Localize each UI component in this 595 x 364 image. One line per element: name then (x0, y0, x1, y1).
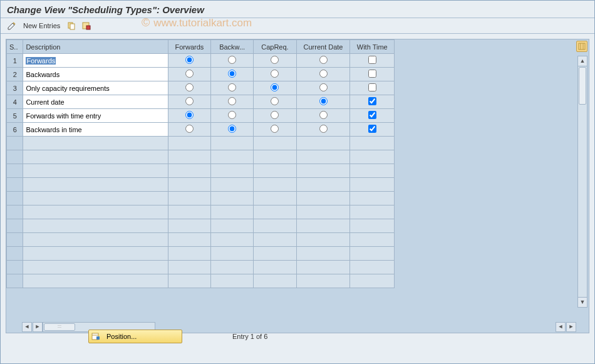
radio-backwards[interactable] (228, 111, 236, 119)
change-icon[interactable] (7, 21, 17, 31)
with-time-checkbox[interactable] (368, 125, 376, 133)
radio-forwards[interactable] (185, 56, 194, 64)
scroll-down-icon[interactable]: ▼ (578, 297, 587, 307)
with-time-checkbox[interactable] (368, 70, 376, 78)
delimit-icon[interactable] (81, 21, 91, 31)
description-cell[interactable] (23, 205, 168, 219)
radio-forwards[interactable] (185, 111, 194, 119)
row-number[interactable]: 2 (7, 68, 23, 81)
radio-cell-forwards (168, 54, 210, 68)
row-number[interactable]: 4 (7, 95, 23, 109)
empty-cell (350, 178, 395, 192)
empty-cell (211, 164, 254, 178)
radio-current_date[interactable] (319, 83, 328, 91)
col-header-with-time[interactable]: With Time (350, 40, 395, 54)
row-number[interactable] (7, 261, 23, 274)
description-cell[interactable] (23, 178, 168, 192)
with-time-checkbox[interactable] (368, 97, 376, 105)
table-row-empty (7, 219, 395, 233)
radio-current_date[interactable] (319, 97, 328, 105)
row-number[interactable]: 3 (7, 81, 23, 95)
description-cell[interactable] (23, 247, 168, 261)
col-header-capreq[interactable]: CapReq. (254, 40, 296, 54)
radio-cell-capreq (254, 109, 296, 123)
row-number[interactable] (7, 274, 23, 288)
description-cell[interactable] (23, 261, 168, 274)
col-header-description[interactable]: Description (23, 40, 168, 54)
scroll-thumb[interactable] (579, 67, 586, 105)
radio-current_date[interactable] (319, 56, 328, 64)
with-time-checkbox[interactable] (368, 111, 376, 119)
description-cell[interactable] (23, 164, 168, 178)
radio-backwards[interactable] (228, 97, 236, 105)
empty-cell (350, 247, 395, 261)
description-cell[interactable] (23, 233, 168, 247)
with-time-checkbox[interactable] (368, 56, 376, 64)
row-number[interactable] (7, 137, 23, 150)
row-number[interactable]: 6 (7, 123, 23, 137)
description-cell[interactable]: Forwards (23, 54, 168, 68)
col-header-backwards[interactable]: Backw... (211, 40, 254, 54)
description-cell[interactable] (23, 150, 168, 164)
row-number[interactable] (7, 247, 23, 261)
radio-cell-current_date (296, 81, 350, 95)
description-cell[interactable]: Backwards (23, 68, 168, 81)
radio-current_date[interactable] (319, 111, 328, 119)
table-row-empty (7, 261, 395, 274)
empty-cell (254, 261, 296, 274)
empty-cell (168, 274, 210, 288)
row-number[interactable] (7, 233, 23, 247)
svg-rect-9 (96, 336, 100, 340)
row-number[interactable]: 5 (7, 109, 23, 123)
empty-cell (211, 233, 254, 247)
description-cell[interactable] (23, 192, 168, 205)
row-number[interactable] (7, 205, 23, 219)
radio-forwards[interactable] (185, 83, 194, 91)
radio-current_date[interactable] (319, 70, 328, 78)
col-header-s[interactable]: S.. (7, 40, 23, 54)
divider (1, 33, 594, 34)
radio-forwards[interactable] (185, 70, 194, 78)
radio-capreq[interactable] (271, 83, 279, 91)
radio-capreq[interactable] (271, 56, 279, 64)
row-number[interactable]: 1 (7, 54, 23, 68)
description-cell[interactable]: Current date (23, 95, 168, 109)
description-cell[interactable]: Forwards with time entry (23, 109, 168, 123)
description-cell[interactable] (23, 274, 168, 288)
radio-capreq[interactable] (271, 111, 279, 119)
radio-forwards[interactable] (185, 97, 194, 105)
radio-backwards[interactable] (228, 70, 236, 78)
row-number[interactable] (7, 192, 23, 205)
radio-backwards[interactable] (228, 83, 236, 91)
position-icon (91, 332, 100, 341)
position-button[interactable]: Position... (88, 330, 182, 343)
vertical-scrollbar[interactable]: ▲ ▼ (577, 56, 587, 308)
row-number[interactable] (7, 219, 23, 233)
description-cell[interactable] (23, 219, 168, 233)
with-time-checkbox[interactable] (368, 83, 376, 91)
radio-forwards[interactable] (185, 125, 194, 133)
empty-cell (296, 247, 350, 261)
col-header-current-date[interactable]: Current Date (296, 40, 350, 54)
radio-backwards[interactable] (228, 125, 236, 133)
empty-cell (168, 150, 210, 164)
col-header-forwards[interactable]: Forwards (168, 40, 210, 54)
description-cell[interactable] (23, 137, 168, 150)
description-cell[interactable]: Backwards in time (23, 123, 168, 137)
row-number[interactable] (7, 164, 23, 178)
row-number[interactable] (7, 178, 23, 192)
radio-current_date[interactable] (319, 125, 328, 133)
description-cell[interactable]: Only capacity requirements (23, 81, 168, 95)
radio-backwards[interactable] (228, 56, 236, 64)
row-number[interactable] (7, 150, 23, 164)
radio-capreq[interactable] (271, 70, 279, 78)
radio-capreq[interactable] (271, 97, 279, 105)
empty-cell (211, 247, 254, 261)
scroll-up-icon[interactable]: ▲ (578, 56, 587, 66)
copy-icon[interactable] (66, 21, 76, 31)
new-entries-button[interactable]: New Entries (22, 22, 61, 29)
radio-cell-forwards (168, 81, 210, 95)
radio-capreq[interactable] (271, 125, 279, 133)
table-row-empty (7, 192, 395, 205)
radio-cell-current_date (296, 68, 350, 81)
